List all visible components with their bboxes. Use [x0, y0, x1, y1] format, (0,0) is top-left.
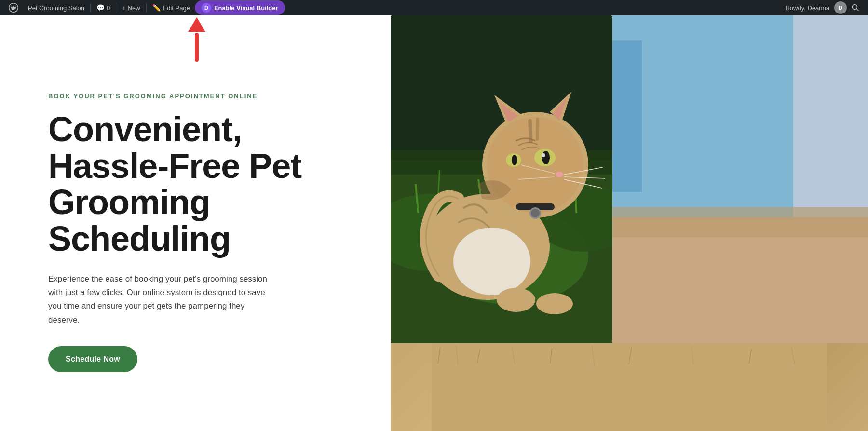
hero-right-section — [391, 15, 868, 431]
arrow-head — [188, 17, 205, 32]
cat-image-container — [391, 15, 612, 343]
svg-point-28 — [542, 153, 545, 157]
svg-point-21 — [487, 117, 583, 213]
site-name-text: Pet Grooming Salon — [28, 4, 84, 12]
svg-point-30 — [512, 155, 517, 165]
admin-bar-right: Howdy, Deanna D — [780, 0, 864, 15]
hero-heading: Convenient, Hassle-Free Pet Grooming Sch… — [48, 111, 362, 257]
comments-link[interactable]: 💬 0 — [92, 0, 115, 15]
svg-rect-43 — [536, 118, 539, 141]
schedule-now-button[interactable]: Schedule Now — [48, 346, 137, 372]
cat-scene-svg — [391, 15, 612, 343]
svg-point-31 — [556, 172, 563, 177]
edit-page-link[interactable]: ✏️ Edit Page — [148, 0, 195, 15]
schedule-now-label: Schedule Now — [66, 355, 120, 363]
enable-visual-builder-label: Enable Visual Builder — [214, 4, 278, 12]
svg-point-19 — [453, 228, 530, 295]
svg-point-40 — [497, 288, 535, 312]
svg-point-27 — [542, 151, 550, 164]
svg-rect-4 — [612, 40, 642, 192]
svg-line-1 — [857, 9, 859, 11]
arrow-pointer — [188, 17, 205, 62]
new-link[interactable]: + New — [117, 0, 145, 15]
divi-logo-icon: D — [202, 3, 211, 13]
pencil-icon: ✏️ — [152, 4, 161, 12]
background-image-upper — [612, 15, 868, 343]
page-content: BOOK YOUR PET'S GROOMING APPOINTMENT ONL… — [0, 15, 868, 431]
edit-page-label: Edit Page — [163, 4, 190, 12]
comment-count: 0 — [107, 4, 110, 12]
hero-left-section: BOOK YOUR PET'S GROOMING APPOINTMENT ONL… — [0, 15, 391, 431]
svg-point-41 — [536, 293, 573, 314]
separator-2 — [116, 3, 116, 12]
dry-grass-background — [391, 343, 868, 431]
wp-logo-link[interactable] — [4, 0, 23, 15]
search-icon — [852, 4, 859, 12]
svg-point-39 — [531, 209, 540, 217]
divi-letter: D — [204, 5, 208, 11]
user-avatar[interactable]: D — [834, 1, 847, 14]
search-button[interactable] — [847, 0, 864, 15]
svg-rect-44 — [432, 343, 827, 431]
separator-1 — [90, 3, 91, 12]
separator-3 — [146, 3, 147, 12]
wp-logo-icon — [9, 3, 18, 13]
arrow-shaft — [195, 33, 199, 62]
hero-description: Experience the ease of booking your pet'… — [48, 272, 270, 326]
hero-heading-text: Convenient, Hassle-Free Pet Grooming Sch… — [48, 110, 301, 258]
new-label: + New — [122, 4, 140, 12]
enable-visual-builder-button[interactable]: D Enable Visual Builder — [195, 0, 285, 15]
site-name-link[interactable]: Pet Grooming Salon — [23, 0, 89, 15]
howdy-text: Howdy, Deanna — [780, 4, 834, 12]
admin-bar: Pet Grooming Salon 💬 0 + New ✏️ Edit Pag… — [0, 0, 868, 15]
outdoor-background-svg — [612, 15, 868, 343]
svg-rect-6 — [612, 207, 868, 238]
dry-grass-svg — [391, 343, 868, 431]
hero-subtitle: BOOK YOUR PET'S GROOMING APPOINTMENT ONL… — [48, 93, 362, 100]
comment-icon: 💬 — [96, 4, 105, 12]
